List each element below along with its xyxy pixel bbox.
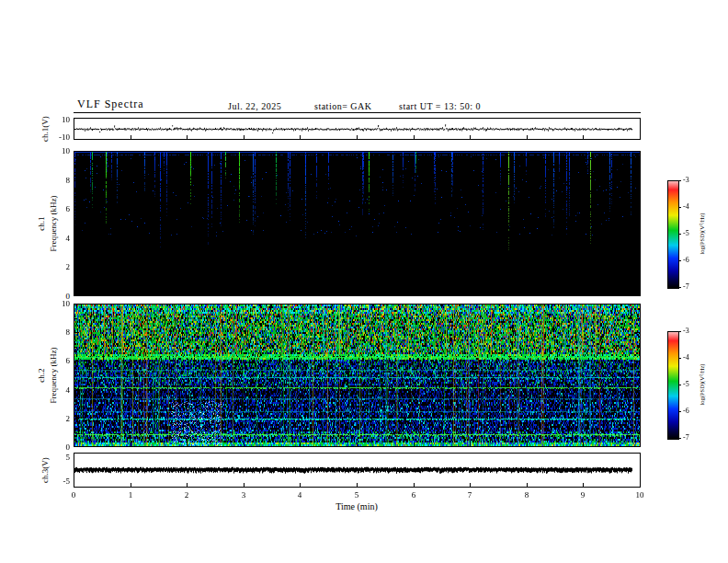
tick-mark bbox=[357, 483, 358, 487]
colorbar-spec2 bbox=[667, 331, 679, 440]
tick-mark bbox=[414, 483, 415, 487]
tick-label: 4 bbox=[48, 385, 70, 395]
tick-mark bbox=[583, 483, 584, 487]
tick-mark bbox=[583, 442, 584, 446]
tick-label: 10 bbox=[48, 299, 70, 308]
tick-mark bbox=[637, 318, 640, 319]
tick-label: 5 bbox=[355, 490, 359, 500]
tick-label: 2 bbox=[185, 490, 189, 500]
tick-mark bbox=[678, 180, 681, 181]
tick-mark bbox=[74, 419, 79, 419]
colorbar2-label: log(PSD)(V²/Hz) bbox=[699, 364, 705, 406]
tick-label: 3 bbox=[242, 490, 246, 500]
header-start-ut: start UT = 13: 50: 0 bbox=[399, 101, 481, 111]
tick-label: -4 bbox=[683, 353, 689, 362]
tick-mark bbox=[470, 292, 471, 295]
tick-mark bbox=[74, 166, 77, 167]
ch2-spectrogram-canvas bbox=[74, 304, 640, 446]
tick-mark bbox=[300, 483, 301, 487]
tick-mark bbox=[74, 432, 77, 433]
tick-label: 4 bbox=[298, 490, 302, 500]
tick-mark bbox=[678, 287, 681, 288]
ylabel-spec2-channel: ch.2 bbox=[37, 368, 46, 382]
tick-mark bbox=[678, 385, 681, 385]
tick-mark bbox=[678, 331, 681, 332]
tick-mark bbox=[187, 483, 188, 487]
tick-mark bbox=[74, 253, 77, 254]
panel-ch2-spectrogram bbox=[74, 304, 641, 447]
tick-mark bbox=[637, 194, 640, 195]
tick-mark bbox=[74, 209, 79, 210]
tick-mark bbox=[187, 135, 188, 139]
tick-mark bbox=[131, 135, 131, 139]
tick-mark bbox=[637, 282, 640, 282]
tick-mark bbox=[74, 224, 77, 224]
tick-mark bbox=[637, 347, 640, 348]
tick-label: 7 bbox=[468, 490, 472, 500]
tick-label: 0 bbox=[72, 490, 76, 500]
tick-mark bbox=[678, 438, 681, 439]
tick-mark bbox=[357, 135, 358, 139]
figure-title: VLF Spectra bbox=[77, 98, 144, 111]
tick-mark bbox=[131, 292, 131, 295]
tick-label: -4 bbox=[683, 202, 689, 211]
tick-mark bbox=[74, 361, 79, 362]
tick-mark bbox=[527, 483, 528, 487]
tick-mark bbox=[300, 292, 301, 295]
header-station: station= GAK bbox=[314, 101, 371, 111]
tick-mark bbox=[678, 234, 681, 235]
tick-mark bbox=[635, 180, 640, 181]
tick-label: 4 bbox=[48, 234, 70, 243]
tick-mark bbox=[74, 267, 79, 268]
tick-mark bbox=[414, 135, 415, 139]
tick-mark bbox=[635, 238, 640, 239]
vlf-spectra-figure: VLF Spectra Jul. 22, 2025 station= GAK s… bbox=[0, 0, 728, 563]
tick-mark bbox=[131, 442, 131, 446]
tick-mark bbox=[74, 390, 79, 391]
tick-label: 6 bbox=[48, 356, 70, 365]
tick-mark bbox=[300, 442, 301, 446]
tick-mark bbox=[414, 292, 415, 295]
tick-mark bbox=[470, 135, 471, 139]
tick-mark bbox=[678, 411, 681, 412]
tick-mark bbox=[131, 483, 131, 487]
tick-label: 6 bbox=[48, 204, 70, 213]
tick-label: 9 bbox=[581, 490, 586, 500]
tick-mark bbox=[678, 207, 681, 208]
tick-label: 8 bbox=[48, 327, 70, 337]
tick-label: 1 bbox=[129, 490, 133, 500]
header-date: Jul. 22, 2025 bbox=[228, 101, 281, 111]
tick-mark bbox=[357, 442, 358, 446]
tick-label: -5 bbox=[683, 380, 689, 388]
tick-mark bbox=[635, 209, 640, 210]
tick-mark bbox=[527, 135, 528, 139]
tick-mark bbox=[637, 166, 640, 167]
tick-mark bbox=[583, 292, 584, 295]
tick-mark bbox=[637, 253, 640, 254]
tick-mark bbox=[300, 135, 301, 139]
tick-label: 10 bbox=[48, 146, 70, 155]
tick-label: 0 bbox=[48, 442, 70, 452]
header-rule bbox=[74, 112, 641, 113]
tick-mark bbox=[583, 135, 584, 139]
tick-mark bbox=[637, 224, 640, 224]
tick-mark bbox=[635, 332, 640, 333]
ch1-spectrogram-canvas bbox=[74, 152, 640, 295]
tick-mark bbox=[187, 442, 188, 446]
tick-mark bbox=[635, 390, 640, 391]
tick-label: -7 bbox=[683, 433, 689, 442]
tick-mark bbox=[414, 442, 415, 446]
tick-mark bbox=[637, 375, 640, 376]
tick-mark bbox=[637, 404, 640, 405]
tick-label: 2 bbox=[48, 262, 70, 271]
colorbar-spec1 bbox=[667, 180, 679, 289]
tick-mark bbox=[244, 483, 245, 487]
tick-label: 10 bbox=[636, 490, 644, 500]
tick-mark bbox=[635, 419, 640, 419]
tick-label: -6 bbox=[683, 407, 689, 415]
panel-ch1-spectrogram bbox=[74, 151, 641, 296]
tick-label: -6 bbox=[683, 256, 689, 264]
tick-label: 8 bbox=[525, 490, 529, 500]
tick-mark bbox=[527, 292, 528, 295]
tick-mark bbox=[74, 282, 77, 282]
